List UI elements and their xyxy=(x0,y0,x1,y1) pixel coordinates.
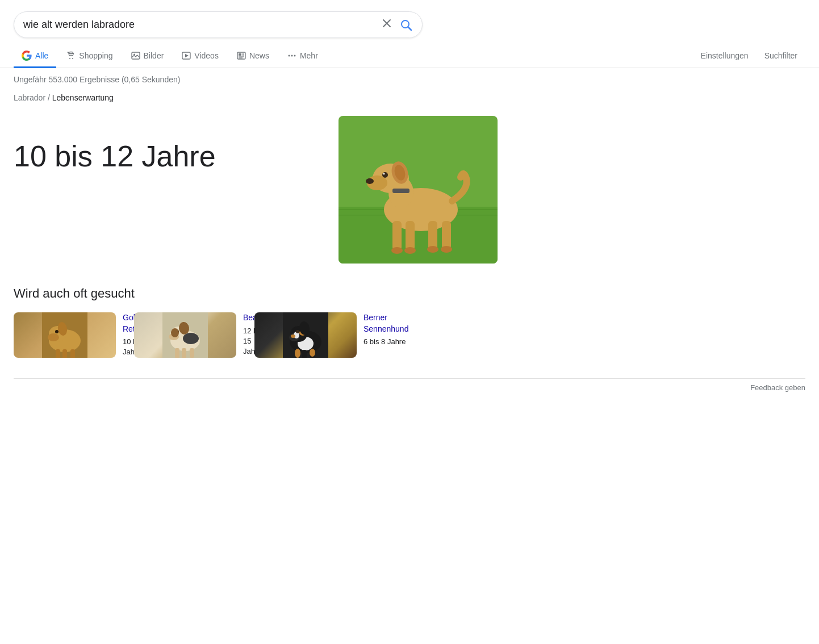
svg-marker-9 xyxy=(185,54,189,57)
svg-point-18 xyxy=(294,55,295,57)
answer-block: 10 bis 12 Jahre xyxy=(14,116,498,264)
svg-point-16 xyxy=(288,55,290,57)
play-icon xyxy=(182,51,191,60)
list-item[interactable]: Golden Retriever 10 bis 12 Jahre xyxy=(14,312,116,358)
search-submit-button[interactable] xyxy=(399,18,413,32)
svg-point-74 xyxy=(295,349,300,358)
svg-point-28 xyxy=(382,172,388,178)
svg-line-3 xyxy=(408,27,412,30)
svg-rect-58 xyxy=(182,348,186,358)
svg-point-69 xyxy=(291,334,295,338)
also-searched-grid: Golden Retriever 10 bis 12 Jahre xyxy=(14,312,498,358)
nav-tabs: Alle Shopping Bilder Videos xyxy=(0,38,819,68)
list-item[interactable]: Beagle 12 bis 15 Jahre xyxy=(134,312,236,358)
berner-thumb xyxy=(254,312,357,358)
svg-rect-35 xyxy=(442,221,451,249)
labrador-image xyxy=(339,116,498,264)
svg-rect-49 xyxy=(70,349,75,358)
image-icon xyxy=(131,51,140,60)
svg-point-4 xyxy=(69,58,70,59)
svg-rect-59 xyxy=(190,348,194,358)
svg-point-38 xyxy=(427,246,438,253)
search-bar xyxy=(14,11,423,38)
list-item[interactable]: Berner Sennenhund 6 bis 8 Jahre xyxy=(254,312,357,358)
nav-settings-group: Einstellungen Suchfilter xyxy=(693,45,805,67)
search-input[interactable] xyxy=(23,19,381,31)
svg-point-37 xyxy=(404,247,416,254)
svg-point-56 xyxy=(171,328,179,337)
svg-rect-40 xyxy=(392,189,410,193)
search-icon xyxy=(399,18,413,32)
answer-text-section: 10 bis 12 Jahre xyxy=(14,116,316,174)
news-icon xyxy=(237,51,246,60)
svg-point-44 xyxy=(48,333,59,341)
beagle-thumb xyxy=(134,312,236,358)
search-bar-container xyxy=(0,0,819,38)
svg-point-45 xyxy=(55,330,58,333)
svg-rect-6 xyxy=(132,52,140,59)
also-searched-section: Wird auch oft gesucht xyxy=(14,286,498,358)
svg-point-60 xyxy=(183,333,199,344)
results-count: Ungefähr 553.000 Ergebnisse (0,65 Sekund… xyxy=(14,75,498,84)
svg-point-27 xyxy=(366,178,374,184)
svg-rect-57 xyxy=(175,348,179,358)
svg-rect-32 xyxy=(392,221,402,250)
berner-info: Berner Sennenhund 6 bis 8 Jahre xyxy=(363,312,408,347)
tab-news-label: News xyxy=(249,51,269,60)
svg-rect-33 xyxy=(406,221,415,250)
suchfilter-link[interactable]: Suchfilter xyxy=(757,45,805,68)
tab-videos[interactable]: Videos xyxy=(174,45,227,68)
svg-rect-72 xyxy=(302,350,307,358)
feedback-label: Feedback geben xyxy=(750,383,805,392)
berner-detail: 6 bis 8 Jahre xyxy=(363,337,408,347)
dog-illustration xyxy=(339,116,498,264)
breadcrumb-separator: / xyxy=(48,93,52,102)
breadcrumb-current: Lebenserwartung xyxy=(52,93,114,102)
clear-icon xyxy=(381,18,392,29)
tab-alle[interactable]: Alle xyxy=(14,45,56,68)
dots-icon xyxy=(287,51,296,60)
tab-videos-label: Videos xyxy=(194,51,219,60)
clear-button[interactable] xyxy=(381,18,392,32)
berner-icon xyxy=(283,312,328,358)
svg-rect-11 xyxy=(239,53,241,56)
main-answer: 10 bis 12 Jahre xyxy=(14,139,316,174)
beagle-icon xyxy=(162,312,208,358)
settings-link[interactable]: Einstellungen xyxy=(693,45,757,68)
tab-alle-label: Alle xyxy=(35,51,48,60)
shopping-icon xyxy=(66,51,76,60)
tab-shopping-label: Shopping xyxy=(79,51,112,60)
svg-point-67 xyxy=(296,330,299,333)
svg-point-5 xyxy=(72,58,73,59)
golden-retriever-icon xyxy=(42,312,87,358)
svg-point-75 xyxy=(310,349,315,357)
tab-bilder[interactable]: Bilder xyxy=(123,45,172,68)
svg-rect-48 xyxy=(62,349,67,358)
feedback-row[interactable]: Feedback geben xyxy=(0,379,819,396)
berner-name: Berner Sennenhund xyxy=(363,312,408,334)
tab-mehr-label: Mehr xyxy=(300,51,318,60)
tab-news[interactable]: News xyxy=(229,45,277,68)
breadcrumb-parent[interactable]: Labrador xyxy=(14,93,45,102)
svg-point-36 xyxy=(391,247,403,254)
breadcrumb: Labrador / Lebenserwartung xyxy=(14,93,498,102)
svg-rect-47 xyxy=(56,349,60,358)
golden-retriever-thumb xyxy=(14,312,116,358)
google-icon xyxy=(22,51,32,61)
svg-point-39 xyxy=(441,246,452,253)
svg-point-7 xyxy=(133,54,135,56)
svg-point-17 xyxy=(291,55,292,57)
results-container: Ungefähr 553.000 Ergebnisse (0,65 Sekund… xyxy=(0,68,511,365)
tab-mehr[interactable]: Mehr xyxy=(279,45,326,68)
also-searched-title: Wird auch oft gesucht xyxy=(14,286,498,301)
svg-point-29 xyxy=(383,173,385,175)
tab-bilder-label: Bilder xyxy=(144,51,164,60)
tab-shopping[interactable]: Shopping xyxy=(58,45,120,68)
